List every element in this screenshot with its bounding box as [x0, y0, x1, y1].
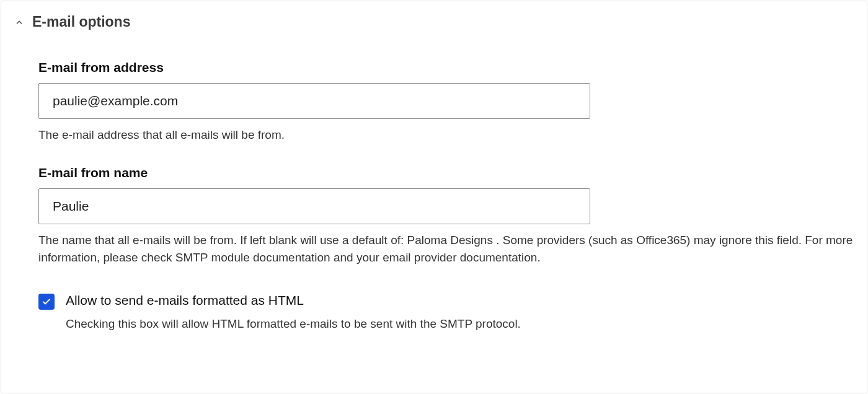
check-icon: [42, 297, 51, 307]
fields-container: E-mail from address The e-mail address t…: [15, 60, 853, 333]
section-header[interactable]: E-mail options: [15, 14, 853, 30]
from-address-label: E-mail from address: [38, 60, 853, 75]
html-checkbox-label[interactable]: Allow to send e-mails formatted as HTML: [66, 293, 521, 308]
field-from-name: E-mail from name The name that all e-mai…: [38, 165, 853, 267]
section-title: E-mail options: [32, 14, 130, 30]
from-name-label: E-mail from name: [38, 165, 853, 180]
html-checkbox[interactable]: [38, 294, 55, 310]
html-checkbox-help: Checking this box will allow HTML format…: [66, 315, 521, 333]
checkbox-content: Allow to send e-mails formatted as HTML …: [66, 293, 521, 333]
from-name-help: The name that all e-mails will be from. …: [38, 232, 853, 267]
from-address-input[interactable]: [38, 83, 590, 119]
field-from-address: E-mail from address The e-mail address t…: [38, 60, 853, 144]
email-options-panel: E-mail options E-mail from address The e…: [1, 1, 867, 393]
from-address-help: The e-mail address that all e-mails will…: [38, 126, 853, 144]
html-checkbox-row: Allow to send e-mails formatted as HTML …: [38, 293, 853, 333]
chevron-up-icon: [15, 18, 24, 27]
from-name-input[interactable]: [38, 188, 590, 224]
